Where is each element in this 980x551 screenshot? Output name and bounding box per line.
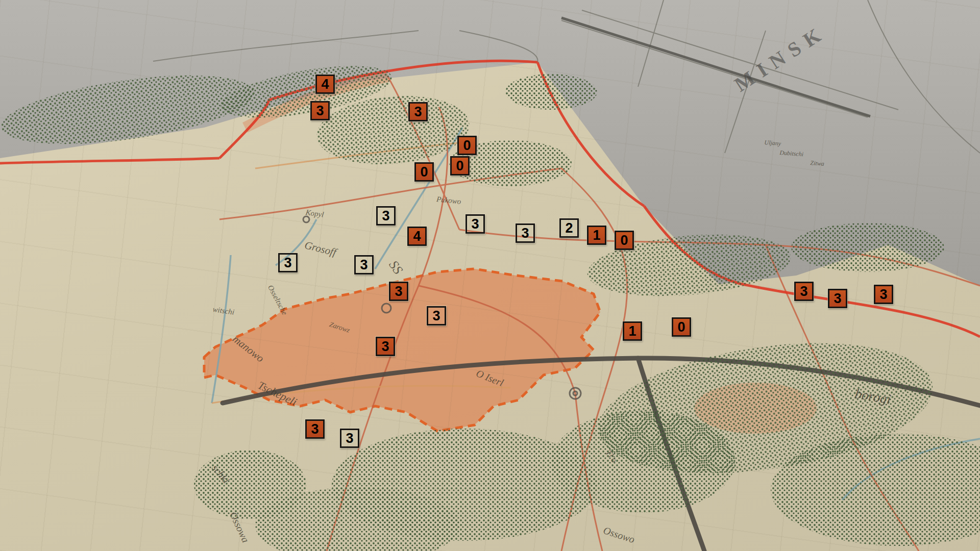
unit-counter[interactable]: 4 (315, 74, 335, 94)
map-terrain (0, 0, 980, 551)
unit-counter[interactable]: 3 (516, 223, 535, 243)
unit-counter[interactable]: 3 (305, 419, 325, 439)
unit-counter[interactable]: 0 (450, 156, 470, 176)
unit-counter[interactable]: 3 (427, 306, 446, 325)
unit-counter[interactable]: 3 (340, 429, 359, 448)
unit-counter[interactable]: 3 (389, 282, 408, 301)
unit-counter[interactable]: 3 (828, 289, 847, 308)
unit-counter[interactable]: 0 (672, 317, 691, 337)
unit-counter[interactable]: 3 (465, 214, 485, 234)
unit-counter[interactable]: 3 (278, 253, 298, 272)
unit-counter[interactable]: 3 (408, 102, 428, 121)
unit-counter[interactable]: 3 (376, 337, 395, 356)
unit-counter[interactable]: 0 (457, 136, 477, 155)
unit-counter[interactable]: 3 (354, 255, 374, 274)
unit-counter[interactable]: 3 (874, 285, 893, 304)
campaign-map[interactable] (0, 0, 980, 551)
unit-counter[interactable]: 2 (559, 218, 579, 238)
fog-of-war (0, 0, 980, 286)
unit-counter[interactable]: 3 (794, 282, 814, 301)
unit-counter[interactable]: 0 (615, 231, 634, 250)
unit-counter[interactable]: 4 (407, 227, 427, 246)
unit-counter[interactable]: 1 (587, 226, 606, 245)
unit-counter[interactable]: 0 (414, 162, 434, 182)
unit-counter[interactable]: 3 (310, 101, 330, 120)
unit-counter[interactable]: 1 (623, 321, 642, 341)
unit-counter[interactable]: 3 (376, 206, 396, 226)
